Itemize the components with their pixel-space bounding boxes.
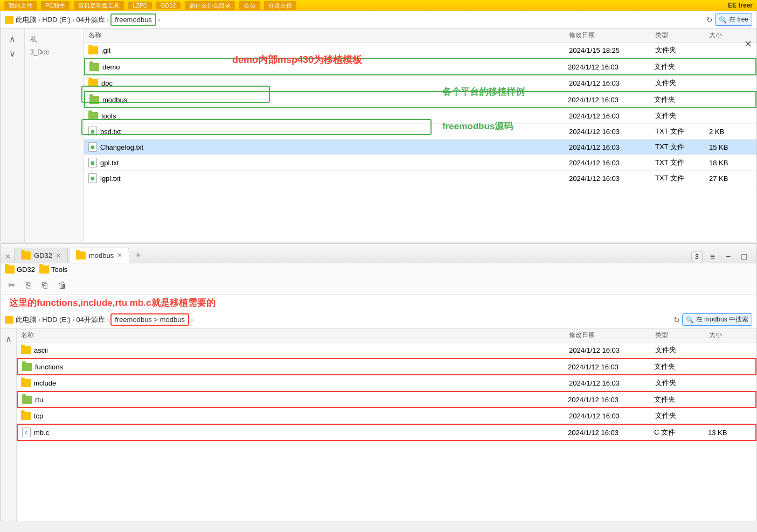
file-name: .git	[101, 46, 110, 54]
left-panel-3doc[interactable]: 3_Doc	[27, 46, 81, 58]
file-size: 2 KB	[709, 128, 752, 136]
ee-freer-label: EE freer	[728, 2, 753, 9]
tab-gd32-close[interactable]: ✕	[55, 252, 61, 260]
table-row[interactable]: tcp 2024/1/12 16:03 文件夹	[17, 408, 756, 424]
file-modified: 2024/1/12 16:03	[569, 379, 655, 387]
breadcrumb-drive[interactable]: HDD (E:)	[42, 16, 71, 24]
file-name: modbus	[102, 96, 127, 104]
taskbar-item-6[interactable]: 鼎什么什么目录	[185, 1, 235, 10]
nav-down[interactable]: ∨	[8, 47, 17, 60]
sep2: ›	[72, 16, 74, 24]
bottom-content: ∧ 名称 修改日期 类型 大小 ascii 2024/1/12 16:03	[1, 328, 756, 521]
table-row[interactable]: demo 2024/1/12 16:03 文件夹	[84, 58, 756, 75]
table-row[interactable]: ▦ gpl.txt 2024/1/12 16:03 TXT 文件 18 KB	[84, 155, 756, 171]
file-name-cell: ▦ lgpl.txt	[88, 173, 569, 183]
file-type: TXT 文件	[655, 142, 709, 152]
cut-button[interactable]: ✂	[5, 278, 18, 292]
taskbar-item-1[interactable]: 我的文件	[4, 1, 37, 10]
file-name: rtu	[35, 396, 43, 404]
file-name-cell: ascii	[21, 346, 569, 354]
table-row[interactable]: modbus 2024/1/12 16:03 文件夹	[84, 91, 756, 108]
menu-button[interactable]: ≡	[707, 251, 718, 263]
bottom-path-gd32[interactable]: GD32	[5, 265, 35, 274]
left-panel-private[interactable]: 私	[27, 33, 81, 46]
top-file-list-container: ∧ ∨ 私 3_Doc 名称 修改日期 类型 大小	[1, 29, 756, 242]
file-name-cell: modbus	[89, 96, 568, 104]
table-row[interactable]: ▦ bsd.txt 2024/1/12 16:03 TXT 文件 2 KB	[84, 124, 756, 139]
taskbar-item-8[interactable]: 分类主任	[264, 1, 296, 10]
top-file-explorer: 此电脑 › HDD (E:) › 04开源库 › freemodbus › ↻ …	[0, 11, 757, 242]
top-breadcrumb-bar: 此电脑 › HDD (E:) › 04开源库 › freemodbus › ↻ …	[1, 11, 756, 29]
file-name: Changelog.txt	[100, 143, 143, 151]
txt-file-icon: ▦	[88, 158, 97, 167]
tab-gd32[interactable]: GD32 ✕	[14, 248, 68, 263]
table-row[interactable]: rtu 2024/1/12 16:03 文件夹	[17, 391, 756, 408]
search-text-top: 在 free	[729, 15, 748, 24]
table-row[interactable]: ▦ lgpl.txt 2024/1/12 16:03 TXT 文件 27 KB	[84, 171, 756, 186]
bottom-bc-04[interactable]: 04开源库	[76, 315, 105, 325]
top-sidebar-nav: ∧ ∨	[1, 29, 25, 242]
bottom-path-tools[interactable]: Tools	[39, 265, 67, 274]
table-row[interactable]: tools 2024/1/12 16:03 文件夹	[84, 108, 756, 124]
delete-button[interactable]: 🗑	[55, 279, 70, 292]
file-name: functions	[35, 363, 63, 371]
taskbar-item-2[interactable]: PC助手	[41, 1, 70, 10]
top-explorer-close[interactable]: ✕	[744, 38, 752, 50]
taskbar-item-5[interactable]: GD32	[156, 2, 180, 9]
table-row[interactable]: ascii 2024/1/12 16:03 文件夹	[17, 342, 756, 358]
window-controls: ≡ − □	[707, 251, 750, 263]
file-type: 文件夹	[655, 411, 709, 421]
copy-button[interactable]: ⎘	[23, 279, 34, 292]
nav-up[interactable]: ∧	[8, 33, 17, 45]
taskbar-item-3[interactable]: 装机启动盘工具	[74, 1, 124, 10]
table-row[interactable]: doc 2024/1/12 16:03 文件夹	[84, 75, 756, 91]
table-row[interactable]: C mb.c 2024/1/12 16:03 C 文件 13 KB	[17, 424, 756, 441]
minimize-button[interactable]: −	[723, 251, 734, 263]
col-modified: 修改日期	[569, 31, 655, 40]
maximize-button[interactable]: □	[738, 251, 750, 263]
paste-button[interactable]: ⎗	[39, 279, 51, 292]
file-name: mb.c	[34, 429, 49, 437]
bottom-bc-freemodbus-modbus[interactable]: freemodbus > modbus	[110, 313, 189, 326]
file-type: TXT 文件	[655, 173, 709, 183]
search-box-top[interactable]: 🔍 在 free	[715, 13, 752, 26]
bottom-search-text: 在 modbus 中搜索	[696, 315, 748, 324]
tab-modbus-close[interactable]: ✕	[117, 251, 122, 259]
breadcrumb-04[interactable]: 04开源库	[76, 15, 105, 25]
table-row[interactable]: include 2024/1/12 16:03 文件夹	[17, 375, 756, 391]
tab-modbus-label: modbus	[89, 251, 114, 260]
taskbar-item-7[interactable]: 会员	[239, 1, 260, 10]
table-row[interactable]: ▦ Changelog.txt 2024/1/12 16:03 TXT 文件 1…	[84, 139, 756, 155]
file-modified: 2024/1/12 16:03	[569, 143, 655, 151]
file-size: 27 KB	[709, 174, 752, 183]
refresh-button[interactable]: ↻	[706, 16, 713, 24]
breadcrumb-freemodbus[interactable]: freemodbus	[110, 13, 156, 26]
table-row[interactable]: .git 2024/1/15 18:25 文件夹	[84, 43, 756, 58]
file-name-cell: C mb.c	[22, 428, 568, 437]
search-box-bottom[interactable]: 🔍 在 modbus 中搜索	[682, 313, 752, 326]
tab-modbus[interactable]: modbus ✕	[69, 248, 129, 263]
file-type: 文件夹	[655, 45, 709, 55]
tab-counter: 3 ≡ − □	[691, 251, 754, 263]
file-name: lgpl.txt	[100, 174, 121, 183]
bottom-bc-drive[interactable]: HDD (E:)	[42, 316, 71, 324]
breadcrumb-pc[interactable]: 此电脑	[5, 15, 37, 25]
table-row[interactable]: functions 2024/1/12 16:03 文件夹	[17, 358, 756, 375]
txt-file-icon: ▦	[88, 127, 97, 136]
tab-add-button[interactable]: +	[130, 248, 145, 263]
bottom-nav-up[interactable]: ∧	[4, 333, 13, 345]
bottom-bc-pc[interactable]: 此电脑	[5, 315, 37, 325]
file-name-cell: include	[21, 379, 569, 387]
file-type: TXT 文件	[655, 127, 709, 136]
toolbar-row: ✂ ⎘ ⎗ 🗑	[1, 276, 756, 295]
close-x-left[interactable]: ✕	[3, 250, 13, 263]
txt-file-icon: ▦	[88, 173, 97, 183]
bottom-refresh-button[interactable]: ↻	[673, 316, 680, 324]
file-name: tools	[101, 112, 116, 120]
file-modified: 2024/1/12 16:03	[569, 79, 655, 87]
file-modified: 2024/1/12 16:03	[569, 174, 655, 183]
tab-gd32-label: GD32	[34, 251, 52, 260]
taskbar-item-4[interactable]: LZFD	[128, 2, 152, 9]
file-name-cell: demo	[89, 63, 568, 71]
folder-icon-green	[22, 363, 32, 371]
